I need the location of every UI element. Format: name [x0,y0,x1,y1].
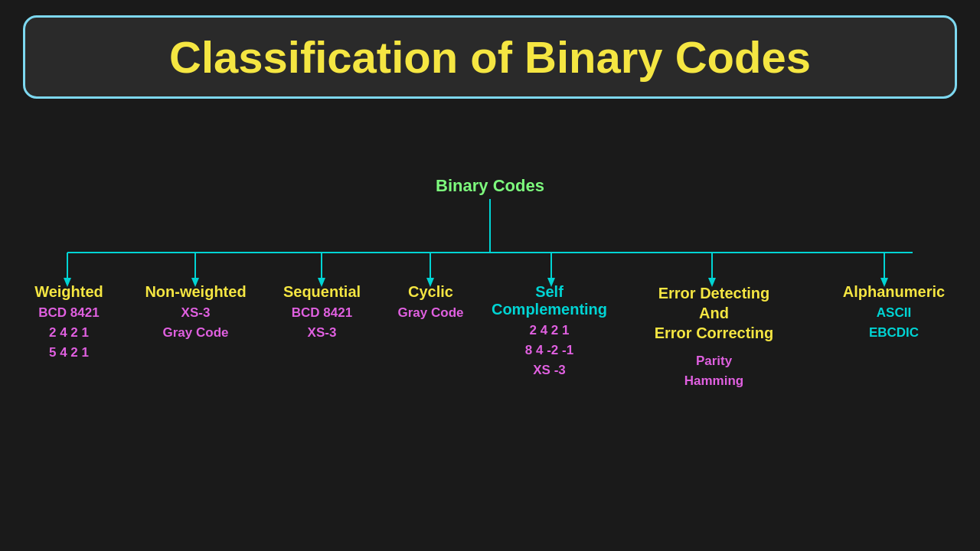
self-comp-item-2: XS -3 [482,363,616,378]
root-node: Binary Codes [436,176,544,196]
weighted-item-1: 2 4 2 1 [23,325,115,341]
error-detecting-title: Error DetectingAndError Correcting [647,283,781,343]
branch-self-comp: SelfComplementing 2 4 2 1 8 4 -2 -1 XS -… [482,283,616,378]
alphanumeric-item-0: ASCII [831,305,957,321]
diagram-area: Binary Codes Weighted BCD 8421 [0,130,980,551]
title-box: Classification of Binary Codes [23,15,957,99]
alphanumeric-title: Alphanumeric [831,283,957,301]
branch-alphanumeric: Alphanumeric ASCII EBCDIC [831,283,957,341]
sequential-item-1: XS-3 [266,325,377,341]
branch-sequential: Sequential BCD 8421 XS-3 [266,283,377,341]
alphanumeric-item-1: EBCDIC [831,325,957,341]
branch-cyclic: Cyclic Gray Code [387,283,475,321]
self-comp-item-1: 8 4 -2 -1 [482,343,616,358]
branch-error-detecting: Error DetectingAndError Correcting Parit… [647,283,781,389]
non-weighted-title: Non-weighted [136,283,255,301]
weighted-item-0: BCD 8421 [23,305,115,321]
branch-weighted: Weighted BCD 8421 2 4 2 1 5 4 2 1 [23,283,115,360]
self-comp-title: SelfComplementing [482,283,616,318]
weighted-title: Weighted [23,283,115,301]
cyclic-title: Cyclic [387,283,475,301]
sequential-title: Sequential [266,283,377,301]
page-title: Classification of Binary Codes [169,32,811,82]
non-weighted-item-0: XS-3 [136,305,255,321]
error-detecting-item-0: Parity [647,354,781,369]
error-detecting-item-1: Hamming [647,373,781,389]
sequential-item-0: BCD 8421 [266,305,377,321]
non-weighted-item-1: Gray Code [136,325,255,341]
self-comp-item-0: 2 4 2 1 [482,323,616,338]
branch-non-weighted: Non-weighted XS-3 Gray Code [136,283,255,341]
cyclic-item-0: Gray Code [387,305,475,321]
weighted-item-2: 5 4 2 1 [23,345,115,360]
